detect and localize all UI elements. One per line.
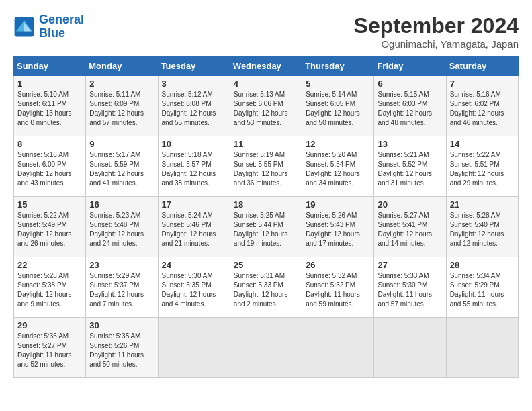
table-cell: 5Sunrise: 5:14 AM Sunset: 6:05 PM Daylig…	[302, 76, 374, 136]
table-cell: 6Sunrise: 5:15 AM Sunset: 6:03 PM Daylig…	[374, 76, 446, 136]
calendar-table: Sunday Monday Tuesday Wednesday Thursday…	[13, 56, 519, 378]
logo-icon	[13, 16, 35, 38]
cell-info: Sunrise: 5:33 AM Sunset: 5:30 PM Dayligh…	[378, 271, 442, 309]
calendar-header: Sunday Monday Tuesday Wednesday Thursday…	[14, 57, 519, 76]
day-number: 30	[89, 320, 154, 330]
table-cell: 22Sunrise: 5:28 AM Sunset: 5:38 PM Dayli…	[14, 257, 86, 318]
cell-info: Sunrise: 5:12 AM Sunset: 6:08 PM Dayligh…	[162, 90, 226, 128]
day-number: 29	[17, 320, 82, 330]
cell-info: Sunrise: 5:20 AM Sunset: 5:54 PM Dayligh…	[306, 150, 370, 188]
table-cell: 23Sunrise: 5:29 AM Sunset: 5:37 PM Dayli…	[86, 257, 158, 318]
cell-info: Sunrise: 5:16 AM Sunset: 6:00 PM Dayligh…	[17, 150, 82, 188]
table-cell	[302, 318, 374, 378]
cell-info: Sunrise: 5:21 AM Sunset: 5:52 PM Dayligh…	[378, 150, 442, 188]
cell-info: Sunrise: 5:27 AM Sunset: 5:41 PM Dayligh…	[378, 211, 442, 248]
location: Ogunimachi, Yamagata, Japan	[354, 38, 519, 50]
calendar-row: 8Sunrise: 5:16 AM Sunset: 6:00 PM Daylig…	[14, 136, 519, 197]
table-cell: 16Sunrise: 5:23 AM Sunset: 5:48 PM Dayli…	[86, 197, 158, 257]
day-number: 23	[89, 260, 154, 270]
day-number: 21	[450, 199, 515, 210]
calendar-row: 1Sunrise: 5:10 AM Sunset: 6:11 PM Daylig…	[14, 76, 519, 136]
table-cell: 8Sunrise: 5:16 AM Sunset: 6:00 PM Daylig…	[14, 136, 86, 197]
cell-info: Sunrise: 5:19 AM Sunset: 5:55 PM Dayligh…	[234, 150, 298, 188]
cell-info: Sunrise: 5:25 AM Sunset: 5:44 PM Dayligh…	[234, 211, 298, 248]
cell-info: Sunrise: 5:28 AM Sunset: 5:40 PM Dayligh…	[450, 211, 515, 248]
table-cell: 19Sunrise: 5:26 AM Sunset: 5:43 PM Dayli…	[302, 197, 374, 257]
logo: General Blue	[13, 13, 84, 40]
col-wednesday: Wednesday	[230, 57, 302, 76]
table-cell: 14Sunrise: 5:22 AM Sunset: 5:51 PM Dayli…	[446, 136, 518, 197]
cell-info: Sunrise: 5:32 AM Sunset: 5:32 PM Dayligh…	[306, 271, 370, 309]
table-cell	[158, 318, 230, 378]
day-number: 6	[378, 79, 442, 89]
cell-info: Sunrise: 5:23 AM Sunset: 5:48 PM Dayligh…	[89, 211, 154, 248]
table-cell: 10Sunrise: 5:18 AM Sunset: 5:57 PM Dayli…	[158, 136, 230, 197]
day-number: 2	[89, 79, 154, 89]
day-number: 9	[89, 139, 154, 149]
day-number: 11	[234, 139, 298, 149]
col-saturday: Saturday	[446, 57, 518, 76]
day-number: 4	[234, 79, 298, 89]
day-number: 27	[378, 260, 442, 270]
day-number: 24	[162, 260, 226, 270]
cell-info: Sunrise: 5:31 AM Sunset: 5:33 PM Dayligh…	[234, 271, 298, 309]
day-number: 1	[17, 79, 82, 89]
cell-info: Sunrise: 5:34 AM Sunset: 5:29 PM Dayligh…	[450, 271, 515, 309]
cell-info: Sunrise: 5:18 AM Sunset: 5:57 PM Dayligh…	[162, 150, 226, 188]
day-number: 8	[17, 139, 82, 149]
calendar-row: 15Sunrise: 5:22 AM Sunset: 5:49 PM Dayli…	[14, 197, 519, 257]
cell-info: Sunrise: 5:24 AM Sunset: 5:46 PM Dayligh…	[162, 211, 226, 248]
title-block: September 2024 Ogunimachi, Yamagata, Jap…	[354, 13, 519, 50]
logo-line1: General	[39, 13, 84, 26]
col-thursday: Thursday	[302, 57, 374, 76]
day-number: 19	[306, 199, 370, 210]
cell-info: Sunrise: 5:16 AM Sunset: 6:02 PM Dayligh…	[450, 90, 515, 128]
day-number: 15	[17, 199, 82, 210]
day-number: 28	[450, 260, 515, 270]
table-cell: 27Sunrise: 5:33 AM Sunset: 5:30 PM Dayli…	[374, 257, 446, 318]
col-tuesday: Tuesday	[158, 57, 230, 76]
cell-info: Sunrise: 5:22 AM Sunset: 5:51 PM Dayligh…	[450, 150, 515, 188]
month-title: September 2024	[354, 13, 519, 38]
table-cell: 15Sunrise: 5:22 AM Sunset: 5:49 PM Dayli…	[14, 197, 86, 257]
page-header: General Blue September 2024 Ogunimachi, …	[13, 13, 519, 50]
table-cell: 1Sunrise: 5:10 AM Sunset: 6:11 PM Daylig…	[14, 76, 86, 136]
col-monday: Monday	[86, 57, 158, 76]
table-cell: 3Sunrise: 5:12 AM Sunset: 6:08 PM Daylig…	[158, 76, 230, 136]
cell-info: Sunrise: 5:15 AM Sunset: 6:03 PM Dayligh…	[378, 90, 442, 128]
cell-info: Sunrise: 5:35 AM Sunset: 5:27 PM Dayligh…	[17, 332, 82, 369]
day-number: 7	[450, 79, 515, 89]
cell-info: Sunrise: 5:22 AM Sunset: 5:49 PM Dayligh…	[17, 211, 82, 248]
logo-line2: Blue	[39, 26, 65, 40]
table-cell: 13Sunrise: 5:21 AM Sunset: 5:52 PM Dayli…	[374, 136, 446, 197]
calendar-row: 29Sunrise: 5:35 AM Sunset: 5:27 PM Dayli…	[14, 318, 519, 378]
day-number: 12	[306, 139, 370, 149]
day-number: 26	[306, 260, 370, 270]
cell-info: Sunrise: 5:30 AM Sunset: 5:35 PM Dayligh…	[162, 271, 226, 309]
table-cell	[446, 318, 518, 378]
day-number: 14	[450, 139, 515, 149]
cell-info: Sunrise: 5:28 AM Sunset: 5:38 PM Dayligh…	[17, 271, 82, 309]
cell-info: Sunrise: 5:35 AM Sunset: 5:26 PM Dayligh…	[89, 332, 154, 369]
table-cell	[230, 318, 302, 378]
table-cell	[374, 318, 446, 378]
table-cell: 7Sunrise: 5:16 AM Sunset: 6:02 PM Daylig…	[446, 76, 518, 136]
table-cell: 18Sunrise: 5:25 AM Sunset: 5:44 PM Dayli…	[230, 197, 302, 257]
table-cell: 24Sunrise: 5:30 AM Sunset: 5:35 PM Dayli…	[158, 257, 230, 318]
day-number: 20	[378, 199, 442, 210]
table-cell: 17Sunrise: 5:24 AM Sunset: 5:46 PM Dayli…	[158, 197, 230, 257]
day-number: 25	[234, 260, 298, 270]
cell-info: Sunrise: 5:14 AM Sunset: 6:05 PM Dayligh…	[306, 90, 370, 128]
col-friday: Friday	[374, 57, 446, 76]
logo-text: General Blue	[39, 13, 84, 40]
table-cell: 4Sunrise: 5:13 AM Sunset: 6:06 PM Daylig…	[230, 76, 302, 136]
day-number: 17	[162, 199, 226, 210]
table-cell: 29Sunrise: 5:35 AM Sunset: 5:27 PM Dayli…	[14, 318, 86, 378]
table-cell: 30Sunrise: 5:35 AM Sunset: 5:26 PM Dayli…	[86, 318, 158, 378]
header-row: Sunday Monday Tuesday Wednesday Thursday…	[14, 57, 519, 76]
col-sunday: Sunday	[14, 57, 86, 76]
table-cell: 12Sunrise: 5:20 AM Sunset: 5:54 PM Dayli…	[302, 136, 374, 197]
table-cell: 28Sunrise: 5:34 AM Sunset: 5:29 PM Dayli…	[446, 257, 518, 318]
cell-info: Sunrise: 5:13 AM Sunset: 6:06 PM Dayligh…	[234, 90, 298, 128]
day-number: 18	[234, 199, 298, 210]
